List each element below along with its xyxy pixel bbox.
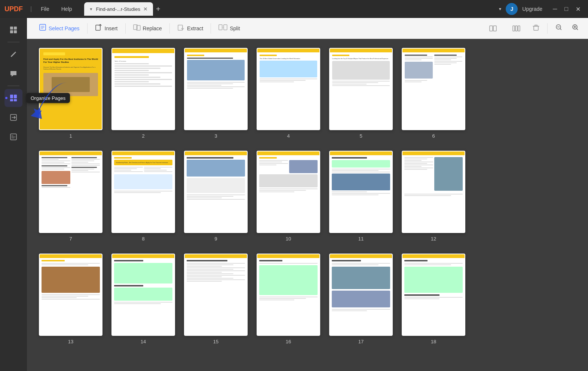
page-thumb-2[interactable]: Table of Contents (111, 48, 175, 130)
page-item-13[interactable]: 13 (39, 254, 102, 344)
replace-button[interactable]: Replace (127, 21, 168, 36)
svg-rect-21 (518, 26, 520, 31)
sidebar: Organize Pages (0, 18, 27, 371)
tab-title: Find-and-...r-Studies (96, 6, 140, 12)
page-item-17[interactable]: 17 (329, 254, 393, 344)
menu-help[interactable]: Help (57, 4, 77, 13)
toolbar-sep-zoom (547, 23, 548, 34)
page-row-1: Find and Apply For the Best Institutes I… (39, 48, 576, 139)
menu-file[interactable]: File (36, 4, 54, 13)
page-item-10[interactable]: 10 (257, 151, 320, 242)
zoom-in-button[interactable] (569, 22, 582, 34)
page-thumb-10[interactable] (257, 151, 320, 233)
new-tab-button[interactable]: + (156, 5, 160, 13)
minimize-button[interactable]: ─ (550, 4, 560, 14)
user-avatar[interactable]: J (506, 3, 518, 15)
page-num-16: 16 (286, 339, 291, 344)
page-view-toggle-1[interactable] (483, 21, 503, 36)
page-thumb-16[interactable] (257, 254, 320, 336)
svg-rect-5 (14, 95, 17, 98)
sidebar-item-edit[interactable] (4, 45, 22, 63)
sidebar-item-organize[interactable]: Organize Pages (4, 89, 22, 107)
logo-df: DF (14, 5, 23, 13)
page-item-18[interactable]: 18 (402, 254, 465, 344)
page-item-8[interactable]: Scholarship Rules - An Overview and How … (111, 151, 175, 242)
window-controls: ─ □ ✕ (550, 4, 584, 14)
page-item-6[interactable]: 6 (402, 48, 465, 139)
svg-rect-19 (513, 26, 515, 31)
page-thumb-7[interactable] (39, 151, 102, 233)
active-indicator (5, 97, 7, 99)
page-thumb-5[interactable]: Looking Into the Top 10 Subject Majors T… (329, 48, 393, 130)
extract-button[interactable]: Extract (171, 21, 209, 36)
titlebar-right: ▾ J Upgrade ─ □ ✕ (499, 3, 584, 15)
dropdown-icon[interactable]: ▾ (499, 6, 501, 12)
page-thumb-9[interactable] (184, 151, 248, 233)
delete-button[interactable] (529, 22, 543, 34)
page-thumb-13[interactable] (39, 254, 102, 336)
page-thumb-6[interactable] (402, 48, 465, 130)
upgrade-button[interactable]: Upgrade (522, 6, 542, 12)
split-icon (218, 24, 227, 33)
insert-label: Insert (105, 25, 118, 31)
page-thumb-3[interactable] (184, 48, 248, 130)
toolbar-right (483, 21, 582, 36)
upgrade-label: Upgrade (522, 6, 542, 12)
page-num-6: 6 (432, 133, 435, 139)
page-num-10: 10 (286, 236, 291, 242)
insert-icon (95, 24, 102, 33)
page-item-2[interactable]: Table of Contents (111, 48, 175, 139)
page-item-5[interactable]: Looking Into the Top 10 Subject Majors T… (329, 48, 393, 139)
page-item-14[interactable]: 14 (111, 254, 175, 344)
page-thumb-18[interactable] (402, 254, 465, 336)
page-num-15: 15 (213, 339, 218, 344)
page-item-1[interactable]: Find and Apply For the Best Institutes I… (39, 48, 102, 139)
page-num-9: 9 (214, 236, 217, 242)
page-num-14: 14 (141, 339, 146, 344)
svg-rect-0 (10, 27, 13, 30)
page-item-9[interactable]: 9 (184, 151, 248, 242)
page-thumb-11[interactable] (329, 151, 393, 233)
page-thumb-12[interactable] (402, 151, 465, 233)
svg-rect-11 (96, 25, 100, 30)
page-thumb-17[interactable] (329, 254, 393, 336)
sidebar-item-convert[interactable] (4, 108, 22, 126)
tab-bar: ▼ Find-and-...r-Studies ✕ + (84, 2, 496, 16)
page-num-5: 5 (359, 133, 362, 139)
page-item-7[interactable]: 7 (39, 151, 102, 242)
close-button[interactable]: ✕ (573, 4, 584, 14)
page-thumb-15[interactable] (184, 254, 248, 336)
page-item-4[interactable]: The 10 Best Global Universities Leading … (257, 48, 320, 139)
tab-dropdown-icon[interactable]: ▼ (89, 7, 93, 11)
select-pages-button[interactable]: Select Pages (33, 21, 86, 36)
svg-rect-4 (10, 95, 13, 98)
sidebar-item-comment[interactable] (4, 65, 22, 83)
page-num-18: 18 (431, 339, 436, 344)
titlebar-divider: | (30, 6, 32, 12)
page-thumb-8[interactable]: Scholarship Rules - An Overview and How … (111, 151, 175, 233)
titlebar: UPDF | File Help ▼ Find-and-...r-Studies… (0, 0, 588, 18)
tab-close-icon[interactable]: ✕ (143, 6, 148, 12)
page-item-12[interactable]: 12 (402, 151, 465, 242)
split-button[interactable]: Split (212, 21, 246, 36)
page-num-8: 8 (142, 236, 144, 242)
zoom-out-button[interactable] (552, 22, 566, 34)
maximize-button[interactable]: □ (561, 4, 571, 14)
page-item-11[interactable]: 11 (329, 151, 393, 242)
page-num-3: 3 (214, 133, 217, 139)
content-area: Select Pages Insert Replace (27, 18, 588, 371)
sidebar-item-thumbnails[interactable] (4, 21, 22, 39)
svg-rect-17 (490, 26, 493, 31)
sidebar-item-ocr[interactable] (4, 128, 22, 146)
page-thumb-4[interactable]: The 10 Best Global Universities Leading … (257, 48, 320, 130)
insert-button[interactable]: Insert (89, 21, 124, 36)
active-tab[interactable]: ▼ Find-and-...r-Studies ✕ (84, 2, 153, 16)
page-thumb-1[interactable]: Find and Apply For the Best Institutes I… (39, 48, 102, 130)
page-view-toggle-2[interactable] (506, 21, 526, 36)
select-pages-label: Select Pages (49, 25, 80, 31)
page-item-3[interactable]: 3 (184, 48, 248, 139)
page-item-15[interactable]: 15 (184, 254, 248, 344)
page-item-16[interactable]: 16 (257, 254, 320, 344)
page-thumb-14[interactable] (111, 254, 175, 336)
svg-rect-3 (14, 30, 17, 33)
